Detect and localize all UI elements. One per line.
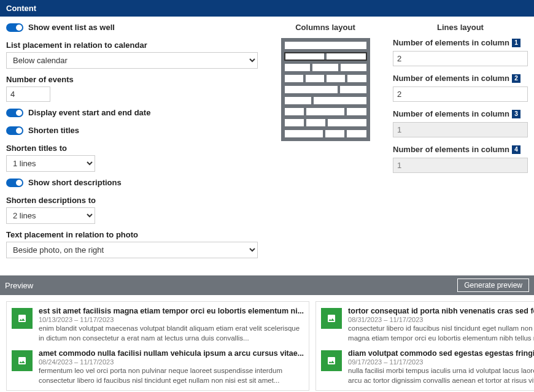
lines-layout-title: Lines layout — [393, 23, 528, 32]
layout-option-4col[interactable] — [285, 75, 366, 82]
image-icon — [12, 350, 33, 371]
item-desc: fermentum leo vel orci porta non pulvina… — [39, 366, 304, 385]
display-dates-label: Display event start and end date — [28, 108, 150, 117]
list-placement-label: List placement in relation to calendar — [6, 40, 258, 50]
num-events-label: Number of events — [6, 75, 258, 84]
text-placement-label: Text placement in relation to photo — [6, 230, 258, 239]
item-date: 08/24/2023 – 11/17/2023 — [39, 358, 304, 366]
layout-option-2-1[interactable] — [285, 86, 366, 93]
image-icon — [12, 308, 33, 329]
lines-input-3 — [393, 122, 528, 137]
item-title: tortor consequat id porta nibh venenatis… — [348, 307, 534, 315]
item-date: 09/17/2023 – 11/17/2023 — [348, 358, 534, 366]
lines-label-2: Number of elements in column 2 — [393, 74, 528, 83]
item-desc: nulla facilisi morbi tempus iaculis urna… — [348, 366, 534, 385]
preview-item: tortor consequat id porta nibh venenatis… — [321, 307, 534, 343]
show-short-desc-toggle[interactable] — [6, 179, 23, 187]
item-title: est sit amet facilisis magna etiam tempo… — [39, 307, 304, 315]
preview-item: amet commodo nulla facilisi nullam vehic… — [12, 349, 304, 385]
shorten-desc-to-label: Shorten descriptions to — [6, 196, 258, 205]
section-header: Content — [0, 0, 534, 17]
preview-column: tortor consequat id porta nibh venenatis… — [315, 301, 534, 391]
lines-input-2[interactable] — [393, 86, 528, 102]
shorten-titles-to-label: Shorten titles to — [6, 144, 258, 153]
lines-label-1: Number of elements in column 1 — [393, 38, 528, 47]
layout-option-1col[interactable] — [285, 42, 366, 49]
preview-item: est sit amet facilisis magna etiam tempo… — [12, 307, 304, 343]
shorten-titles-label: Shorten titles — [28, 126, 79, 135]
lines-label-3: Number of elements in column 3 — [393, 109, 528, 118]
lines-layout-column: Lines layout Number of elements in colum… — [393, 23, 528, 264]
columns-layout-column: Columns layout — [270, 23, 381, 264]
shorten-titles-toggle[interactable] — [6, 126, 23, 135]
layout-option-1-2[interactable] — [285, 97, 366, 104]
image-icon — [321, 308, 342, 329]
item-title: amet commodo nulla facilisi nullam vehic… — [39, 349, 304, 358]
preview-body: est sit amet facilisis magna etiam tempo… — [0, 295, 534, 392]
layout-option-2-1-1[interactable] — [285, 130, 366, 137]
list-placement-select[interactable]: Below calendar — [6, 52, 258, 69]
display-dates-toggle[interactable] — [6, 109, 23, 117]
item-desc: consectetur libero id faucibus nisl tinc… — [348, 324, 534, 343]
shorten-titles-to-select[interactable]: 1 lines — [6, 155, 95, 172]
show-short-desc-label: Show short descriptions — [28, 178, 122, 187]
layout-option-3col[interactable] — [285, 64, 366, 71]
layout-option-1-1-2[interactable] — [285, 119, 366, 126]
lines-label-4: Number of elements in column 4 — [393, 145, 528, 154]
text-placement-select[interactable]: Beside photo, on the right — [6, 242, 258, 258]
preview-column: est sit amet facilisis magna etiam tempo… — [6, 301, 309, 391]
num-events-input[interactable] — [6, 86, 50, 102]
lines-input-4 — [393, 158, 528, 173]
shorten-desc-to-select[interactable]: 2 lines — [6, 207, 95, 224]
columns-layout-picker — [281, 38, 370, 141]
show-event-list-toggle[interactable] — [6, 23, 23, 32]
layout-option-2col[interactable] — [285, 53, 366, 60]
preview-bar: Preview Generate preview — [0, 275, 534, 295]
preview-label: Preview — [5, 281, 33, 290]
show-event-list-label: Show event list as well — [28, 23, 115, 32]
preview-item: diam volutpat commodo sed egestas egesta… — [321, 349, 534, 385]
content-body: Show event list as well List placement i… — [0, 17, 534, 275]
item-date: 10/13/2023 – 11/17/2023 — [39, 316, 304, 323]
item-title: diam volutpat commodo sed egestas egesta… — [348, 349, 534, 358]
item-desc: enim blandit volutpat maecenas volutpat … — [39, 324, 304, 343]
columns-layout-title: Columns layout — [295, 23, 355, 32]
image-icon — [321, 350, 342, 371]
form-column: Show event list as well List placement i… — [6, 23, 258, 264]
generate-preview-button[interactable]: Generate preview — [457, 279, 529, 292]
item-date: 08/31/2023 – 11/17/2023 — [348, 316, 534, 323]
lines-input-1[interactable] — [393, 51, 528, 66]
layout-option-1-2-1[interactable] — [285, 108, 366, 115]
